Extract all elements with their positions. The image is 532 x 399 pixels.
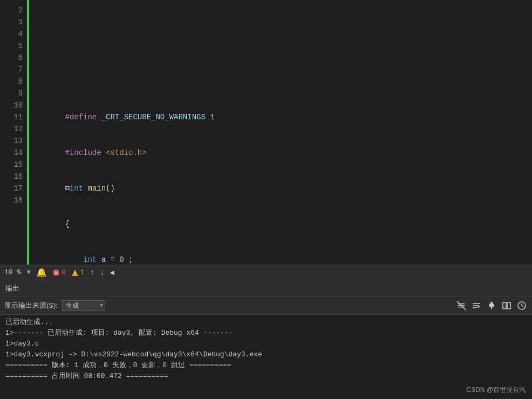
svg-rect-12 [503,302,506,309]
nav-left-arrow[interactable]: ◀ [110,268,114,277]
svg-line-16 [522,306,523,307]
output-line-6: ========== 占用时间 00:00.472 ========== [5,371,527,382]
svg-rect-9 [490,302,493,304]
code-content[interactable]: #define _CRT_SECURE_NO_WARNINGS 1 #inclu… [29,0,532,265]
code-line-8: int a = 0 ; [29,242,532,254]
code-line-4: #define _CRT_SECURE_NO_WARNINGS 1 [29,99,532,111]
warning-triangle-icon: ! [71,269,79,276]
source-select-wrapper: 生成 调试 [62,300,105,311]
output-line-3: 1>day3.c [5,339,527,349]
svg-text:!: ! [74,271,76,276]
wrap-icon[interactable] [470,300,482,312]
output-header: 输出 [0,280,532,296]
output-line-2: 1>------- 已启动生成: 项目: day3, 配置: Debug x64… [5,328,527,339]
output-panel: 输出 显示输出来源(S): 生成 调试 [0,280,532,386]
pin-icon[interactable] [486,300,497,312]
green-bar [27,0,29,265]
clear-icon[interactable] [455,300,467,312]
line-numbers: 2 3 4 5 6 7 8 9 10 11 12 13 14 15 16 17 … [0,0,27,265]
source-label: 显示输出来源(S): [4,301,58,310]
warning-status[interactable]: ! 1 [71,268,85,276]
output-line-1: 已启动生成... [5,317,527,328]
error-circle-icon: ✕ [52,269,60,276]
output-toolbar-icons [455,300,528,312]
code-line-6: ⊟int main() [29,171,532,182]
error-status[interactable]: ✕ 0 [52,268,66,276]
error-count: 0 [62,268,66,276]
output-tab-label[interactable]: 输出 [5,283,19,293]
svg-rect-10 [489,304,494,307]
code-gutter [27,0,29,265]
zoom-level: 10 % [4,268,21,276]
nav-up-arrow[interactable]: ↑ [90,268,94,277]
output-line-4: 1>day3.vcxproj -> D:\vs2022-webcod\qg\da… [5,349,527,360]
svg-rect-13 [507,302,510,309]
clock-icon[interactable] [516,300,528,312]
code-line-5: #include <stdio.h> [29,135,532,147]
bell-icon[interactable]: 🔔 [36,267,47,278]
watermark: CSDN @百世没有汽 [466,386,526,395]
code-line-3 [29,64,532,76]
dropdown-arrow: ▼ [26,268,31,276]
code-line-7: { [29,206,532,218]
svg-rect-11 [491,307,492,309]
warning-count: 1 [80,268,85,276]
nav-down-arrow[interactable]: ↓ [100,268,104,277]
output-line-5: ========== 版本: 1 成功，0 失败，0 更新，0 跳过 =====… [5,360,527,371]
svg-text:✕: ✕ [54,270,58,276]
code-line-2 [29,28,532,40]
columns-icon[interactable] [501,300,513,312]
output-toolbar: 显示输出来源(S): 生成 调试 [0,296,532,315]
source-select[interactable]: 生成 调试 [62,300,105,311]
editor-area: 2 3 4 5 6 7 8 9 10 11 12 13 14 15 16 17 … [0,0,532,265]
status-bar: 10 % ▼ 🔔 ✕ 0 ! 1 ↑ ↓ ◀ [0,265,532,280]
output-content: 已启动生成... 1>------- 已启动生成: 项目: day3, 配置: … [0,315,532,384]
